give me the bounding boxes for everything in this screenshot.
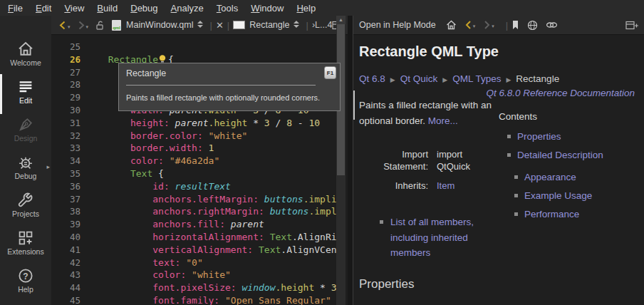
inherits-row: Inherits: Item <box>359 180 455 191</box>
list-bullet <box>514 175 518 179</box>
home-icon <box>0 41 51 58</box>
help-scroll-indicator[interactable] <box>353 91 355 120</box>
svg-text:?: ? <box>23 272 28 281</box>
contents-item-example-usage: Example Usage <box>514 190 592 201</box>
menu-edit[interactable]: Edit <box>29 2 58 14</box>
contents-item-appearance: Appearance <box>514 172 576 182</box>
home-icon[interactable] <box>446 20 457 30</box>
lock-icon[interactable] <box>95 20 105 31</box>
pane-splitter[interactable] <box>348 16 353 305</box>
editor-scrollbar[interactable]: ▲ <box>336 16 346 305</box>
inherits-item-link[interactable]: Item <box>437 180 455 191</box>
line-number: 41 <box>51 244 80 257</box>
symbol-selector[interactable]: Rectangle <box>249 20 289 30</box>
more-link[interactable]: More... <box>428 115 458 126</box>
contents-link[interactable]: Performance <box>524 209 579 219</box>
f1-key-badge: F1 <box>324 66 336 79</box>
contents-item-detailed-description: Detailed Description <box>507 150 603 160</box>
toolbar-separator: | <box>506 20 508 31</box>
breadcrumb-qml-types[interactable]: QML Types <box>452 73 501 84</box>
mode-sidebar: WelcomeEditDesignDebug▸ProjectsExtension… <box>0 16 51 305</box>
code-line-25: 25 <box>51 41 348 53</box>
breadcrumb-qt-6-8[interactable]: Qt 6.8 <box>359 73 385 84</box>
mode-item-projects[interactable]: Projects <box>0 190 51 227</box>
code-line-35: 35 Text { <box>51 167 348 180</box>
close-document-button[interactable]: ✕ <box>216 20 224 31</box>
help-pane: Open in Help Mode ▾ ▾ | <box>353 16 644 305</box>
open-document-name[interactable]: MainWindow.qml <box>126 20 193 30</box>
menu-help[interactable]: Help <box>290 2 322 14</box>
code-line-31: 31 height: parent.height * 3 / 8 - 10 <box>51 117 348 130</box>
breadcrumb-qt-quick[interactable]: Qt Quick <box>400 73 438 84</box>
menu-file[interactable]: File <box>1 2 29 14</box>
line-number: 45 <box>51 294 80 305</box>
menu-analyze[interactable]: Analyze <box>165 2 210 14</box>
menu-view[interactable]: View <box>58 2 90 14</box>
menu-build[interactable]: Build <box>90 2 124 14</box>
symbol-rectangle-icon <box>233 21 245 29</box>
code-line-44: 44 font.pixelSize: window.height * 3 / 8 <box>51 281 348 294</box>
line-number: 26 <box>51 53 80 66</box>
contents-item-properties: Properties <box>507 131 561 142</box>
contents-link[interactable]: Properties <box>517 131 561 142</box>
mode-item-welcome[interactable]: Welcome <box>0 38 51 76</box>
link-icon[interactable] <box>546 21 558 29</box>
help-forward-button[interactable]: ▾ <box>483 21 494 29</box>
line-number: 29 <box>51 91 80 104</box>
breadcrumb-rectangle: Rectangle <box>516 73 559 84</box>
open-in-help-mode-button[interactable]: Open in Help Mode <box>359 20 436 30</box>
list-bullet <box>380 220 383 224</box>
contents-item-performance: Performance <box>514 209 579 219</box>
breadcrumb-separator-icon: ▶ <box>390 76 395 83</box>
menu-debug[interactable]: Debug <box>124 2 164 14</box>
nav-forward-button[interactable]: ▾ <box>77 21 89 30</box>
type-summary: Paints a filled rectangle with an option… <box>359 98 511 129</box>
code-line-36: 36 id: resultText <box>51 180 348 193</box>
mode-item-edit[interactable]: Edit <box>0 76 51 114</box>
menu-tools[interactable]: Tools <box>210 2 244 14</box>
help-forward-caret: ▾ <box>492 24 494 29</box>
properties-section-heading: Properties <box>359 277 414 291</box>
symbol-dropdown-icon[interactable] <box>293 19 300 31</box>
list-bullet <box>514 194 518 197</box>
line-number: 44 <box>51 281 80 294</box>
line-number: 43 <box>51 269 80 281</box>
toolbar-overflow-label[interactable]: ›L...4 <box>312 20 333 30</box>
code-line-34: 34 color: "#46a2da" <box>51 155 348 167</box>
bug-icon <box>0 154 51 171</box>
help-back-button[interactable]: ▾ <box>464 21 476 29</box>
line-number: 39 <box>51 218 80 231</box>
mode-item-extensions[interactable]: Extensions <box>0 227 51 265</box>
nav-back-caret: ▾ <box>68 24 71 30</box>
scrollbar-up-arrow[interactable]: ▲ <box>336 16 346 24</box>
mode-item-debug[interactable]: Debug▸ <box>0 152 51 190</box>
code-line-32: 32 border.color: "white" <box>51 130 348 143</box>
menu-window[interactable]: Window <box>244 2 290 14</box>
globe-icon[interactable] <box>527 20 538 31</box>
help-page-title: Rectangle QML Type <box>359 43 499 60</box>
bookmark-icon[interactable] <box>511 20 519 30</box>
design-icon <box>0 116 51 133</box>
contents-link[interactable]: Appearance <box>524 172 576 182</box>
list-bullet <box>514 212 518 216</box>
extensions-icon <box>0 229 51 247</box>
line-number: 37 <box>51 193 80 206</box>
nav-back-button[interactable]: ▾ <box>58 21 71 30</box>
line-number: 27 <box>51 66 80 79</box>
document-dropdown-icon[interactable] <box>197 19 204 31</box>
flyout-arrow-icon[interactable]: ▸ <box>46 163 50 170</box>
split-help-button[interactable] <box>625 20 638 31</box>
contents-link[interactable]: Example Usage <box>524 190 592 201</box>
all-members-link[interactable]: List of all members, including inherited… <box>390 214 489 261</box>
menu-bar: FileEditViewBuildDebugAnalyzeToolsWindow… <box>0 0 644 16</box>
line-number: 30 <box>51 104 80 117</box>
line-number: 33 <box>51 142 80 155</box>
code-line-41: 41 verticalAlignment: Text.AlignVCenter <box>51 244 348 257</box>
help-back-caret: ▾ <box>473 24 476 29</box>
breadcrumb-separator-icon: ▶ <box>442 76 447 83</box>
line-number: 42 <box>51 257 80 269</box>
doc-edition-label: Qt 6.8.0 Reference Documentation <box>486 88 635 98</box>
mode-item-help[interactable]: ?Help <box>0 265 51 303</box>
contents-link[interactable]: Detailed Description <box>517 150 603 160</box>
breadcrumb-separator-icon: ▶ <box>506 76 511 83</box>
